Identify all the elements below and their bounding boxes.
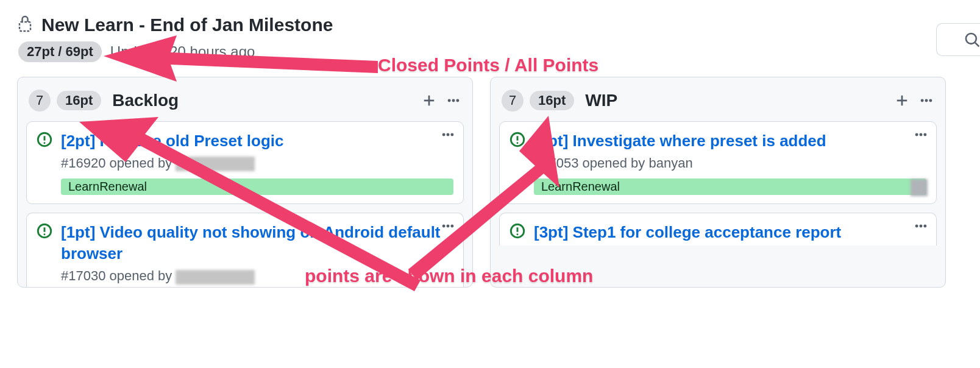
issue-card[interactable]: [1pt] Video quality not showing on Andro…: [26, 213, 464, 286]
issue-card[interactable]: [1pt] Investigate where preset is added …: [499, 121, 937, 204]
issue-open-icon: [37, 132, 52, 195]
column-menu-button[interactable]: [444, 91, 463, 110]
kebab-icon: [447, 94, 460, 107]
svg-point-30: [923, 133, 926, 136]
issue-card[interactable]: [3pt] Step1 for college acceptance repor…: [499, 213, 937, 246]
issue-number: #17030: [61, 268, 105, 283]
issue-number: #17053: [534, 155, 578, 171]
svg-point-28: [915, 133, 918, 136]
plus-icon: [895, 94, 909, 107]
column-wip: 7 16pt WIP [1pt] Investigate where prese…: [490, 77, 946, 288]
svg-point-27: [517, 142, 519, 144]
svg-point-0: [966, 34, 976, 44]
kebab-icon: [441, 128, 455, 141]
opened-by-text: opened by: [110, 155, 172, 171]
svg-point-13: [450, 133, 453, 136]
svg-point-17: [442, 225, 446, 228]
kebab-icon: [914, 128, 928, 141]
issue-author[interactable]: banyan: [648, 155, 692, 171]
lock-icon: [17, 15, 33, 35]
svg-line-1: [975, 43, 979, 47]
svg-point-34: [915, 225, 918, 228]
issue-label[interactable]: LearnRenewal: [534, 179, 926, 195]
column-points: 16pt: [530, 91, 574, 110]
author-redacted: [176, 270, 255, 285]
column-header: 7 16pt Backlog: [26, 86, 464, 121]
issue-meta: #17053 opened by banyan: [534, 155, 926, 171]
board-columns: 7 16pt Backlog [2pt] Remove old Preset l…: [0, 67, 980, 288]
issue-open-icon: [510, 132, 525, 195]
column-title: Backlog: [112, 91, 179, 110]
column-count: 7: [502, 90, 524, 111]
svg-point-18: [447, 225, 450, 228]
svg-point-6: [452, 99, 455, 102]
svg-point-22: [921, 99, 924, 102]
svg-point-16: [44, 234, 46, 236]
project-header: New Learn - End of Jan Milestone 27pt / …: [0, 0, 980, 67]
issue-meta: #17030 opened by: [61, 268, 453, 284]
svg-point-24: [929, 99, 932, 102]
column-points: 16pt: [57, 91, 101, 110]
issue-title[interactable]: [1pt] Investigate where preset is added: [534, 130, 926, 152]
issue-open-icon: [510, 223, 525, 243]
assignee-avatar[interactable]: [911, 179, 928, 196]
project-title: New Learn - End of Jan Milestone: [41, 15, 333, 35]
svg-point-33: [517, 233, 519, 235]
issue-open-icon: [37, 223, 52, 284]
svg-rect-2: [20, 22, 30, 31]
card-menu-button[interactable]: [914, 128, 928, 144]
kebab-icon: [914, 219, 928, 233]
issue-title[interactable]: [2pt] Remove old Preset logic: [61, 130, 453, 152]
plus-icon: [422, 94, 436, 107]
issue-title[interactable]: [1pt] Video quality not showing on Andro…: [61, 222, 453, 264]
card-menu-button[interactable]: [441, 128, 455, 144]
card-menu-button[interactable]: [441, 219, 455, 235]
kebab-icon: [920, 94, 933, 107]
column-header: 7 16pt WIP: [499, 86, 937, 121]
opened-by-text: opened by: [583, 155, 645, 171]
author-redacted: [176, 157, 255, 171]
issue-label[interactable]: LearnRenewal: [61, 179, 453, 195]
column-backlog: 7 16pt Backlog [2pt] Remove old Preset l…: [17, 77, 473, 288]
card-menu-button[interactable]: [914, 219, 928, 235]
svg-point-7: [456, 99, 459, 102]
add-card-button[interactable]: [420, 91, 438, 110]
svg-point-5: [448, 99, 451, 102]
column-title: WIP: [585, 91, 617, 110]
points-summary-pill: 27pt / 69pt: [18, 41, 102, 62]
search-icon: [964, 32, 980, 48]
updated-text: Updated 20 hours ago: [110, 43, 255, 60]
column-menu-button[interactable]: [917, 91, 936, 110]
opened-by-text: opened by: [110, 268, 172, 283]
svg-point-23: [925, 99, 928, 102]
svg-point-12: [447, 133, 450, 136]
add-card-button[interactable]: [893, 91, 911, 110]
search-box[interactable]: [936, 23, 980, 56]
issue-card[interactable]: [2pt] Remove old Preset logic #16920 ope…: [26, 121, 464, 204]
svg-point-36: [923, 225, 926, 228]
kebab-icon: [441, 219, 455, 233]
issue-meta: #16920 opened by: [61, 155, 453, 171]
column-count: 7: [29, 90, 51, 111]
svg-point-29: [920, 133, 923, 136]
svg-point-19: [450, 225, 453, 228]
svg-point-10: [44, 142, 46, 144]
svg-point-35: [920, 225, 923, 228]
issue-number: #16920: [61, 155, 105, 171]
svg-point-11: [442, 133, 446, 136]
issue-title[interactable]: [3pt] Step1 for college acceptance repor…: [534, 222, 926, 243]
